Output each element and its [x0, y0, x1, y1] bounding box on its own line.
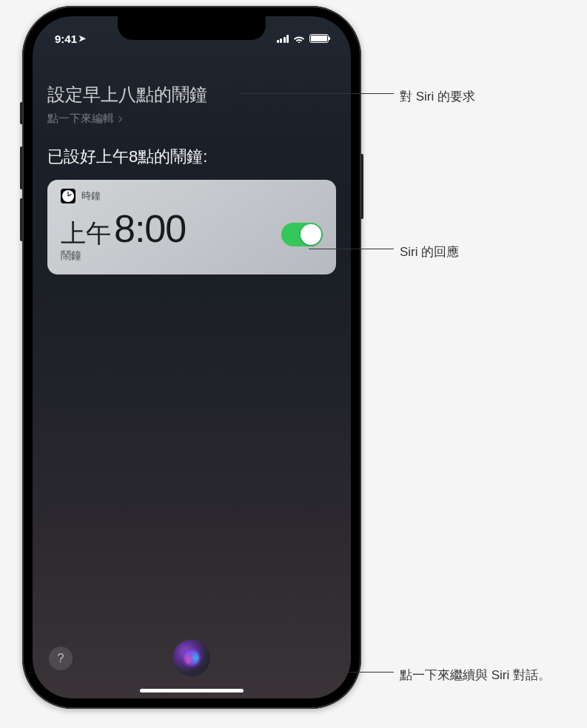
ringer-switch: [20, 102, 22, 124]
siri-content: 設定早上八點的鬧鐘 點一下來編輯 已設好上午8點的鬧鐘: 時鐘 上午: [47, 83, 336, 274]
phone-screen: 9:41 ➤ 設定早上八點的鬧鐘 點一下來編輯 已設好上午8: [33, 16, 351, 698]
siri-orb-icon: [182, 648, 201, 667]
wifi-icon: [293, 34, 305, 43]
volume-down-button: [20, 198, 22, 241]
alarm-label: 鬧鐘: [61, 249, 186, 263]
alarm-time-block: 上午 8:00 鬧鐘: [61, 206, 186, 263]
clock-app-icon: [61, 189, 76, 203]
alarm-time: 上午 8:00: [61, 206, 186, 251]
location-icon: ➤: [78, 33, 86, 44]
alarm-row: 上午 8:00 鬧鐘: [61, 206, 323, 263]
callout-response-text: Siri 的回應: [394, 243, 459, 262]
callout-line: [238, 93, 394, 94]
status-time: 9:41: [55, 33, 77, 45]
home-indicator[interactable]: [140, 689, 244, 692]
callout-line: [207, 672, 394, 673]
side-button: [361, 154, 363, 219]
edit-hint-label: 點一下來編輯: [47, 112, 114, 126]
cellular-icon: [277, 35, 289, 43]
callout-line: [309, 249, 394, 249]
help-icon: ?: [57, 651, 64, 666]
battery-icon: [309, 34, 329, 43]
siri-help-button[interactable]: ?: [49, 647, 73, 670]
callout-response: Siri 的回應: [309, 243, 459, 262]
app-name-label: 時鐘: [81, 189, 101, 203]
callout-request-text: 對 Siri 的要求: [394, 87, 475, 107]
siri-orb-button[interactable]: [173, 639, 210, 676]
toggle-knob: [301, 224, 321, 245]
chevron-right-icon: [116, 115, 122, 121]
siri-response-text: 已設好上午8點的鬧鐘:: [47, 146, 336, 168]
tap-to-edit-hint[interactable]: 點一下來編輯: [47, 112, 336, 126]
notch: [118, 16, 266, 40]
callout-continue-text: 點一下來繼續與 Siri 對話。: [394, 666, 551, 685]
volume-up-button: [20, 146, 22, 189]
alarm-period: 上午: [61, 217, 111, 251]
status-right: [277, 31, 329, 46]
clock-alarm-card[interactable]: 時鐘 上午 8:00 鬧鐘: [47, 180, 336, 274]
phone-frame: 9:41 ➤ 設定早上八點的鬧鐘 點一下來編輯 已設好上午8: [22, 6, 361, 709]
card-header: 時鐘: [61, 189, 323, 203]
status-left: 9:41 ➤: [55, 31, 86, 46]
callout-request: 對 Siri 的要求: [238, 87, 475, 107]
alarm-digits: 8:00: [114, 206, 186, 251]
callout-continue: 點一下來繼續與 Siri 對話。: [207, 666, 551, 685]
